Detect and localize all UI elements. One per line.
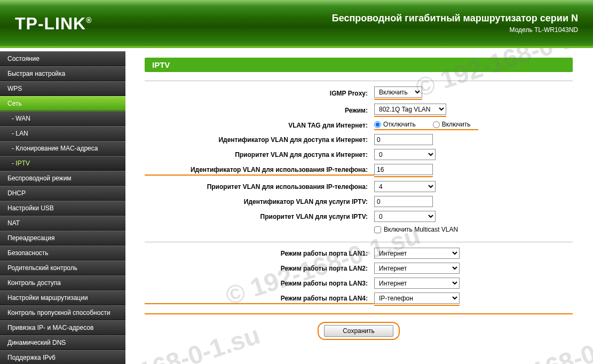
sidebar-item[interactable]: - Клонирование MAC-адреса — [0, 141, 125, 156]
brand-logo: TP-LINK® — [15, 14, 92, 34]
sidebar-item[interactable]: Динамический DNS — [0, 335, 125, 350]
label-vlan-id-phone: Идентификатор VLAN для использования IP-… — [145, 166, 374, 176]
vlan-prio-iptv-select[interactable]: 0 — [374, 211, 436, 222]
header: TP-LINK® Беспроводной гигабитный маршрут… — [0, 0, 593, 48]
sidebar-item[interactable]: - LAN — [0, 126, 125, 141]
vlan-prio-inet-select[interactable]: 0 — [374, 149, 436, 160]
sidebar-item[interactable]: Переадресация — [0, 231, 125, 246]
sidebar-item[interactable]: - IPTV — [0, 156, 125, 171]
save-highlight: Сохранить — [318, 322, 400, 340]
sidebar: СостояниеБыстрая настройкаWPSСеть- WAN- … — [0, 48, 125, 364]
lan4-select[interactable]: IP-телефон — [374, 292, 460, 304]
sidebar-item[interactable]: DHCP — [0, 186, 125, 201]
label-lan2: Режим работы порта LAN2: — [145, 265, 374, 272]
sidebar-item[interactable]: Поддержка IPv6 — [0, 350, 125, 364]
multicast-text: Включить Multicast VLAN — [384, 226, 458, 233]
vlan-id-inet-input[interactable] — [374, 134, 433, 145]
vlan-prio-phone-select[interactable]: 4 — [374, 181, 436, 192]
sidebar-item[interactable]: Контроль пропускной способности — [0, 305, 125, 320]
sidebar-item[interactable]: Беспроводной режим — [0, 171, 125, 186]
label-vlan-prio-iptv: Приоритет VLAN для услуги IPTV: — [145, 213, 374, 220]
label-mode: Режим: — [145, 107, 374, 114]
sidebar-item[interactable]: Настройки маршрутизации — [0, 290, 125, 305]
radio-off[interactable] — [374, 121, 381, 128]
radio-on-label: Включить — [442, 121, 471, 128]
brand-text: TP-LINK — [15, 14, 86, 33]
header-right: Беспроводной гигабитный маршрутизатор се… — [332, 13, 578, 34]
vlan-id-iptv-input[interactable] — [374, 196, 433, 207]
label-lan3: Режим работы порта LAN3: — [145, 280, 374, 287]
label-vlan-id-inet: Идентификатор VLAN для доступа к Интерне… — [145, 136, 374, 144]
header-title: Беспроводной гигабитный маршрутизатор се… — [332, 13, 578, 24]
content: © 192-168-0-1.su © 192-168-0-1.su © 192-… — [125, 48, 593, 364]
lan3-select[interactable]: Интернет — [374, 278, 460, 289]
save-button[interactable]: Сохранить — [324, 325, 393, 337]
lan2-select[interactable]: Интернет — [374, 263, 460, 274]
divider — [145, 81, 573, 81]
multicast-checkbox[interactable] — [374, 226, 381, 233]
multicast-checkbox-label[interactable]: Включить Multicast VLAN — [374, 226, 458, 233]
sidebar-item[interactable]: - WAN — [0, 111, 125, 126]
sidebar-item[interactable]: Сеть — [0, 96, 125, 111]
mode-select[interactable]: 802.1Q Tag VLAN — [374, 104, 446, 115]
vlan-tag-off[interactable]: Отключить — [374, 121, 416, 128]
label-igmp: IGMP Proxy: — [145, 90, 374, 97]
sidebar-item[interactable]: NAT — [0, 216, 125, 231]
sidebar-item[interactable]: Настройки USB — [0, 201, 125, 216]
sidebar-item[interactable]: Быстрая настройка — [0, 66, 125, 81]
lan1-select[interactable]: Интернет — [374, 248, 460, 259]
sidebar-item[interactable]: Привязка IP- и MAC-адресов — [0, 320, 125, 335]
radio-off-label: Отключить — [383, 121, 416, 128]
reg-mark: ® — [86, 16, 92, 25]
sidebar-item[interactable]: WPS — [0, 81, 125, 96]
radio-on[interactable] — [433, 121, 440, 128]
sidebar-item[interactable]: Состояние — [0, 51, 125, 66]
sidebar-item[interactable]: Родительский контроль — [0, 260, 125, 275]
divider — [145, 242, 573, 242]
vlan-id-phone-input[interactable] — [374, 164, 433, 175]
label-vlan-tag: VLAN TAG для Интернет: — [145, 122, 374, 129]
label-lan1: Режим работы порта LAN1: — [145, 250, 374, 257]
label-vlan-prio-phone: Приоритет VLAN для использования IP-теле… — [145, 183, 374, 191]
igmp-select[interactable]: Включить — [374, 86, 422, 98]
label-vlan-id-iptv: Идентификатор VLAN для услуги IPTV: — [145, 198, 374, 205]
divider-orange — [145, 313, 573, 314]
page-title: IPTV — [145, 58, 573, 72]
vlan-tag-on[interactable]: Включить — [433, 121, 471, 128]
header-model: Модель TL-WR1043ND — [332, 26, 578, 34]
sidebar-item[interactable]: Контроль доступа — [0, 275, 125, 290]
label-vlan-prio-inet: Приоритет VLAN для доступа к Интернет: — [145, 151, 374, 159]
label-lan4: Режим работы порта LAN4: — [145, 295, 374, 304]
sidebar-item[interactable]: Безопасность — [0, 246, 125, 260]
